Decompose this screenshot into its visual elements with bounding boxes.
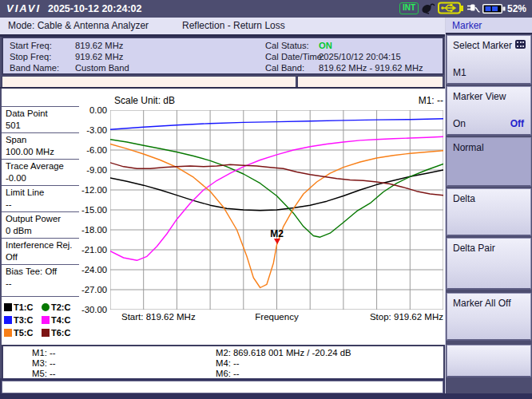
trace-color-swatch-icon xyxy=(42,329,50,337)
settings-value: 0 dBm xyxy=(6,225,79,237)
settings-value: -- xyxy=(6,278,79,290)
info-value: 2025/10/12 20:04:15 xyxy=(319,51,401,62)
legend-label: T2:C xyxy=(51,302,70,312)
marker-readout-m4: M4: -- xyxy=(216,358,240,369)
m2-marker-label: M2 xyxy=(265,228,289,239)
info-label: Cal Date/Time: xyxy=(265,51,324,62)
trace-color-swatch-icon xyxy=(4,329,12,337)
trace-color-swatch-icon xyxy=(42,316,50,324)
settings-item: Output Power0 dBm xyxy=(2,211,79,238)
button-label: Delta Pair xyxy=(453,243,495,254)
mode-label: Mode: Cable & Antenna Analyzer xyxy=(8,20,149,31)
settings-label: Output Power xyxy=(6,213,79,225)
toggle-off-label: Off xyxy=(510,118,524,129)
settings-item: Trace Average-0.00 xyxy=(2,159,79,185)
settings-item: Bias Tee: Off-- xyxy=(2,264,79,290)
sidebar-button-marker-view[interactable]: Marker ViewOnOff xyxy=(447,86,531,136)
marker-readout-m2: M2: 869.618 001 MHz / -20.24 dB xyxy=(216,348,351,358)
marker-row: M3: --M4: -- xyxy=(3,358,443,369)
system-datetime: 2025-10-12 20:24:02 xyxy=(48,3,141,14)
settings-value: 501 xyxy=(6,120,79,132)
battery-icon xyxy=(482,3,506,18)
sidebar-button-marker-all-off[interactable]: Marker All Off xyxy=(447,293,531,341)
sidebar-button-normal[interactable]: Normal xyxy=(447,137,531,187)
trace-color-swatch-icon xyxy=(42,303,50,311)
usb-icon xyxy=(438,2,466,18)
trace-color-swatch-icon xyxy=(4,303,12,311)
settings-label: Bias Tee: Off xyxy=(6,266,79,278)
settings-label: Interference Rej. xyxy=(6,239,79,251)
marker-readout-m3: M3: -- xyxy=(32,358,56,369)
power-plug-icon xyxy=(466,2,480,18)
settings-label: Limit Line xyxy=(6,187,79,199)
status-strip-right xyxy=(297,76,443,88)
top-status-bar: VIAVI 2025-10-12 20:24:02 INT xyxy=(0,0,532,18)
button-label: Normal xyxy=(453,142,484,153)
trace-legend: T1:CT2:CT3:CT4:CT5:CT6:C xyxy=(2,296,79,339)
settings-value: Off xyxy=(6,251,79,263)
legend-label: T6:C xyxy=(51,328,70,338)
sidebar-title: Marker xyxy=(452,20,482,31)
button-label: Delta xyxy=(453,193,475,204)
marker-row: M1: --M2: 869.618 001 MHz / -20.24 dB xyxy=(3,348,443,358)
info-row: Cal Date/Time:2025/10/12 20:04:15 xyxy=(3,51,443,62)
gps-icon xyxy=(420,2,436,18)
marker-readout-m1: M1: -- xyxy=(32,348,56,358)
settings-label: Trace Average xyxy=(6,160,79,172)
status-strip-left xyxy=(2,76,296,88)
sidebar-menu: Marker Select MarkerM1Marker ViewOnOffNo… xyxy=(445,18,532,393)
settings-value: 100.00 MHz xyxy=(6,146,79,158)
settings-value: -0.00 xyxy=(6,172,79,184)
m2-marker-arrow-icon xyxy=(274,239,280,244)
info-row: Cal Band:819.62 MHz - 919.62 MHz xyxy=(3,62,443,73)
legend-item: T6:C xyxy=(42,326,79,339)
settings-value: -- xyxy=(6,199,79,211)
legend-item: T1:C xyxy=(4,301,42,314)
info-label: Cal Band: xyxy=(265,62,304,73)
legend-label: T5:C xyxy=(14,328,33,338)
return-loss-plot xyxy=(110,110,443,310)
m1-readout: M1: -- xyxy=(363,95,443,106)
legend-item: T5:C xyxy=(4,326,42,339)
sidebar-button-delta[interactable]: Delta xyxy=(447,188,531,236)
mode-bar: Mode: Cable & Antenna Analyzer Reflectio… xyxy=(0,18,445,37)
legend-item: T2:C xyxy=(42,301,79,314)
settings-label: Data Point xyxy=(6,108,79,120)
legend-label: T4:C xyxy=(51,315,70,325)
button-value: M1 xyxy=(453,67,466,78)
legend-label: T3:C xyxy=(14,315,33,325)
info-row: Cal Status:ON xyxy=(3,40,443,51)
toggle-on-label: On xyxy=(453,118,466,129)
viavi-logo: VIAVI xyxy=(6,2,41,14)
frequency-cal-info-panel: Start Freq:819.62 MHzStop Freq:919.62 MH… xyxy=(2,37,444,75)
settings-item: Span100.00 MHz xyxy=(2,132,79,159)
int-reference-badge: INT xyxy=(399,2,419,14)
button-label: Select Marker xyxy=(453,40,512,51)
sidebar-header: Marker xyxy=(446,18,532,34)
button-label: Marker All Off xyxy=(453,298,510,309)
sidebar-button-delta-pair[interactable]: Delta Pair xyxy=(447,238,531,290)
trace-color-swatch-icon xyxy=(4,316,12,324)
settings-item: Data Point501 xyxy=(2,106,79,132)
info-value: ON xyxy=(319,40,332,51)
battery-percent: 52% xyxy=(507,3,526,14)
footer-bottom-bar xyxy=(0,393,532,399)
settings-item: Limit Line-- xyxy=(2,185,79,211)
x-stop-label: Stop: 919.62 MHz xyxy=(363,312,443,322)
sidebar-button-select-marker[interactable]: Select MarkerM1 xyxy=(447,35,531,85)
legend-label: T1:C xyxy=(14,302,33,312)
settings-label: Span xyxy=(6,134,79,146)
marker-readout-table: M1: --M2: 869.618 001 MHz / -20.24 dBM3:… xyxy=(2,345,445,380)
settings-item: Interference Rej.Off xyxy=(2,238,79,264)
scale-unit-label: Scale Unit: dB xyxy=(114,95,175,106)
button-label: Marker View xyxy=(453,91,506,102)
settings-panel: Data Point501Span100.00 MHzTrace Average… xyxy=(2,106,79,290)
footer-message-strip xyxy=(2,381,443,393)
legend-item: T3:C xyxy=(4,314,42,326)
keypad-icon xyxy=(515,40,526,49)
legend-item: T4:C xyxy=(42,314,79,326)
info-label: Cal Status: xyxy=(265,40,309,51)
measurement-label: Reflection - Return Loss xyxy=(182,20,285,31)
info-value: 819.62 MHz - 919.62 MHz xyxy=(319,62,423,73)
sidebar-button-blank xyxy=(447,345,531,377)
